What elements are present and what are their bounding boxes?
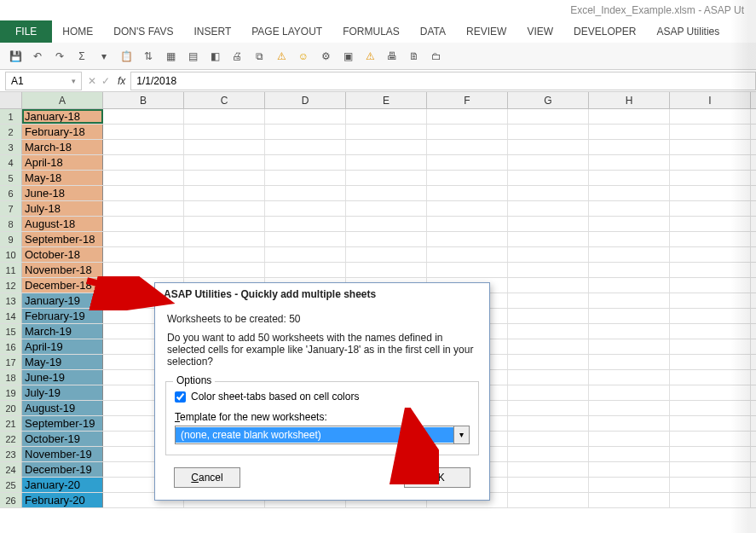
cell-A17[interactable]: May-19	[22, 355, 103, 369]
cell-A10[interactable]: October-18	[22, 247, 103, 262]
cell-C2[interactable]	[184, 125, 265, 139]
cell-I20[interactable]	[670, 401, 751, 415]
cell-F6[interactable]	[427, 186, 508, 200]
cell-A14[interactable]: February-19	[22, 309, 103, 323]
column-header-F[interactable]: F	[427, 92, 508, 108]
cell-C1[interactable]	[184, 109, 265, 124]
cell-I23[interactable]	[670, 447, 751, 461]
cell-D8[interactable]	[265, 217, 346, 231]
column-header-I[interactable]: I	[670, 92, 751, 108]
cell-A7[interactable]: July-18	[22, 201, 103, 216]
cell-C4[interactable]	[184, 155, 265, 170]
cell-D1[interactable]	[265, 109, 346, 124]
confirm-edit-icon[interactable]: ✓	[99, 74, 113, 88]
cell-D3[interactable]	[265, 140, 346, 154]
cell-F8[interactable]	[427, 217, 508, 231]
cell-B6[interactable]	[103, 186, 184, 200]
cell-A21[interactable]: September-19	[22, 416, 103, 431]
column-header-H[interactable]: H	[589, 92, 670, 108]
cell-I3[interactable]	[670, 140, 751, 154]
cell-H24[interactable]	[589, 462, 670, 477]
cell-G10[interactable]	[508, 247, 589, 262]
cell-H26[interactable]	[589, 493, 670, 507]
row-header-16[interactable]: 16	[0, 339, 22, 354]
sum-icon[interactable]: Σ	[75, 49, 89, 63]
cell-E6[interactable]	[346, 186, 427, 200]
color-icon[interactable]: ◧	[208, 49, 222, 63]
cell-G19[interactable]	[508, 385, 589, 400]
cell-G24[interactable]	[508, 462, 589, 477]
cell-H2[interactable]	[589, 125, 670, 139]
cancel-edit-icon[interactable]: ✕	[85, 74, 99, 88]
cell-I12[interactable]	[670, 278, 751, 293]
cell-D4[interactable]	[265, 155, 346, 170]
cell-I10[interactable]	[670, 247, 751, 262]
cell-B11[interactable]	[103, 263, 184, 277]
cell-I5[interactable]	[670, 171, 751, 185]
cell-A24[interactable]: December-19	[22, 462, 103, 477]
row-header-6[interactable]: 6	[0, 186, 22, 200]
cell-H12[interactable]	[589, 278, 670, 293]
cell-E7[interactable]	[346, 201, 427, 216]
column-header-B[interactable]: B	[103, 92, 184, 108]
row-header-4[interactable]: 4	[0, 155, 22, 170]
cell-A6[interactable]: June-18	[22, 186, 103, 200]
row-header-5[interactable]: 5	[0, 171, 22, 185]
cell-F11[interactable]	[427, 263, 508, 277]
cell-A5[interactable]: May-18	[22, 171, 103, 185]
cell-C8[interactable]	[184, 217, 265, 231]
row-header-13[interactable]: 13	[0, 293, 22, 308]
cell-I9[interactable]	[670, 232, 751, 246]
cell-G5[interactable]	[508, 171, 589, 185]
cell-B4[interactable]	[103, 155, 184, 170]
cell-H16[interactable]	[589, 339, 670, 354]
cell-A15[interactable]: March-19	[22, 324, 103, 339]
cell-G13[interactable]	[508, 293, 589, 308]
cell-A3[interactable]: March-18	[22, 140, 103, 154]
tool-icon[interactable]: ⚙	[319, 49, 332, 63]
layers-icon[interactable]: ▣	[341, 49, 355, 63]
cell-A4[interactable]: April-18	[22, 155, 103, 170]
cell-G1[interactable]	[508, 109, 589, 124]
cell-I6[interactable]	[670, 186, 751, 200]
cell-H25[interactable]	[589, 478, 670, 492]
row-header-20[interactable]: 20	[0, 401, 22, 415]
sheet-icon[interactable]: ▤	[186, 49, 199, 63]
cell-H21[interactable]	[589, 416, 670, 431]
cell-E9[interactable]	[346, 232, 427, 246]
cell-D2[interactable]	[265, 125, 346, 139]
cell-D11[interactable]	[265, 263, 346, 277]
cell-G26[interactable]	[508, 493, 589, 507]
cell-H3[interactable]	[589, 140, 670, 154]
cell-E1[interactable]	[346, 109, 427, 124]
cell-G17[interactable]	[508, 355, 589, 369]
cell-H1[interactable]	[589, 109, 670, 124]
cell-H11[interactable]	[589, 263, 670, 277]
ribbon-tab-asap-utilities[interactable]: ASAP Utilities	[646, 20, 730, 43]
cell-I18[interactable]	[670, 370, 751, 385]
cell-F4[interactable]	[427, 155, 508, 170]
template-combobox[interactable]: (none, create blank worksheet) ▾	[175, 426, 470, 444]
cell-I14[interactable]	[670, 309, 751, 323]
cell-F3[interactable]	[427, 140, 508, 154]
cell-B7[interactable]	[103, 201, 184, 216]
cell-H14[interactable]	[589, 309, 670, 323]
chevron-down-icon[interactable]: ▾	[453, 426, 469, 443]
cell-H15[interactable]	[589, 324, 670, 339]
cell-B2[interactable]	[103, 125, 184, 139]
cell-D5[interactable]	[265, 171, 346, 185]
row-header-24[interactable]: 24	[0, 462, 22, 477]
row-header-1[interactable]: 1	[0, 109, 22, 124]
row-header-22[interactable]: 22	[0, 432, 22, 446]
color-tabs-checkbox-row[interactable]: Color sheet-tabs based on cell colors	[175, 391, 470, 403]
smiley-icon[interactable]: ☺	[297, 49, 310, 63]
ribbon-tab-review[interactable]: REVIEW	[456, 20, 517, 43]
alert-icon[interactable]: ⚠	[363, 49, 377, 63]
cell-D10[interactable]	[265, 247, 346, 262]
cell-I22[interactable]	[670, 432, 751, 446]
cell-I21[interactable]	[670, 416, 751, 431]
fx-label[interactable]: fx	[113, 75, 130, 87]
cell-A22[interactable]: October-19	[22, 432, 103, 446]
cell-G2[interactable]	[508, 125, 589, 139]
cell-E11[interactable]	[346, 263, 427, 277]
